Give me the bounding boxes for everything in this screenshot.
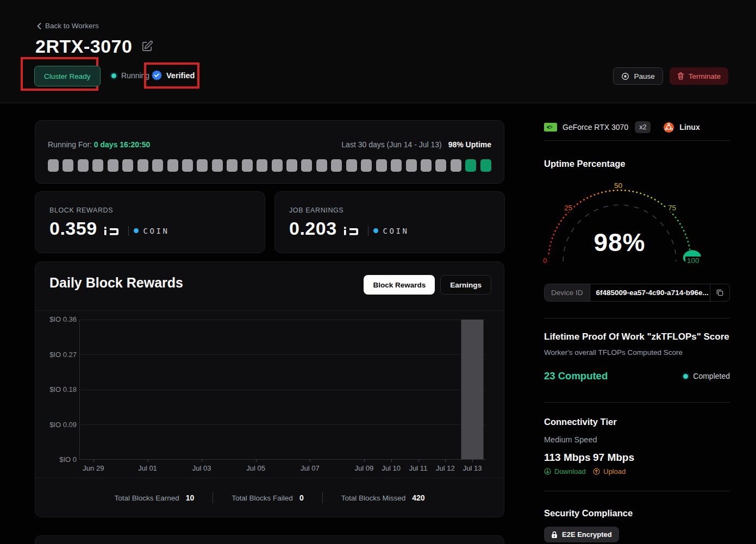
uptime-day-square	[242, 159, 253, 172]
tab-earnings[interactable]: Earnings	[440, 275, 491, 295]
os-name: Linux	[679, 123, 699, 132]
uptime-day-square	[78, 159, 89, 172]
uptime-day-square	[257, 159, 267, 172]
gauge-value: 98%	[544, 228, 695, 257]
uptime-day-square	[197, 159, 208, 172]
gauge-tick-25: 25	[563, 204, 574, 212]
uptime-day-square	[48, 159, 59, 172]
uptime-day-square	[376, 159, 387, 172]
running-for-label: Running For:	[48, 140, 92, 149]
chart-x-tick	[148, 459, 148, 462]
completed-label: Completed	[693, 372, 730, 380]
next-card-partial	[35, 535, 504, 544]
uptime-day-square	[122, 159, 133, 172]
uptime-day-square	[138, 159, 148, 172]
chart-x-tick	[93, 459, 94, 462]
gauge-tick-75: 75	[666, 204, 678, 212]
coin-divider	[128, 226, 129, 236]
uptime-day-square	[182, 159, 193, 172]
chart-y-axis: $IO 0.36$IO 0.27$IO 0.18$IO 0.09$IO 0	[35, 320, 77, 460]
connectivity-title: Connectivity Tier	[544, 417, 617, 427]
uptime-day-square	[391, 159, 402, 172]
chart-y-tick-label: $IO 0.18	[49, 385, 77, 393]
e2e-encrypted-label: E2E Encrypted	[562, 530, 612, 539]
pause-icon	[621, 72, 629, 80]
divider	[544, 491, 730, 491]
coin-dot-icon	[373, 228, 378, 233]
upload-speed: 97 Mbps Upload	[593, 452, 642, 476]
verified-label: Verified	[166, 71, 195, 80]
chart-x-tick	[364, 459, 365, 462]
verified-status: Verified	[152, 70, 195, 80]
uptime-gauge: 0 25 50 75 100 98%	[544, 180, 730, 273]
nvidia-icon	[544, 123, 557, 132]
total-missed-value: 420	[412, 493, 424, 502]
gauge-arc	[544, 180, 730, 273]
gpu-count-badge: x2	[635, 121, 651, 133]
edit-icon[interactable]	[141, 40, 153, 53]
tab-block-rewards-label: Block Rewards	[373, 281, 426, 289]
chart-x-tick	[472, 459, 473, 462]
block-rewards-value: 0.359	[49, 218, 97, 239]
chart-title: Daily Block Rewards	[49, 275, 183, 291]
total-failed-label: Total Blocks Failed	[232, 494, 293, 502]
page-title: 2RTX-3070	[35, 36, 132, 57]
running-for-value: 0 days 16:20:50	[94, 140, 151, 149]
copy-device-id-button[interactable]	[710, 284, 729, 301]
daily-block-rewards-card: Daily Block Rewards Block Rewards Earnin…	[35, 261, 504, 517]
uptime-day-square	[451, 159, 461, 172]
chevron-left-icon	[37, 23, 41, 29]
download-label: Download	[554, 467, 586, 476]
uptime-gauge-title: Uptime Percentage	[544, 159, 625, 169]
uptime-day-square	[406, 159, 417, 172]
chart-x-tick-label: Jun 29	[83, 464, 104, 472]
divider	[544, 140, 730, 141]
device-id-label: Device ID	[545, 284, 590, 301]
uptime-day-square	[435, 159, 446, 172]
completed-dot-icon	[683, 374, 688, 379]
device-id-value: 6f485009-ea57-4c90-a714-b96e...	[590, 284, 710, 301]
chart-plot: Jun 29Jul 01Jul 03Jul 05Jul 07Jul 09Jul …	[79, 320, 486, 460]
pause-button[interactable]: Pause	[613, 67, 663, 85]
coin-word: COIN	[383, 227, 409, 235]
uptime-day-strip	[48, 159, 491, 172]
chart-x-tick	[418, 459, 419, 462]
uptime-strip-card: Running For: 0 days 16:20:50 Last 30 day…	[35, 120, 504, 184]
download-value: 113 Mbps	[544, 452, 593, 464]
chart-x-tick	[202, 459, 202, 462]
uptime-day-square	[331, 159, 342, 172]
cluster-ready-label: Cluster Ready	[44, 72, 91, 80]
uptime-day-square	[212, 159, 223, 172]
trash-icon	[677, 72, 684, 80]
job-earnings-value: 0.203	[289, 218, 337, 239]
tab-block-rewards[interactable]: Block Rewards	[364, 275, 435, 295]
chart-x-tick	[310, 459, 310, 462]
terminate-button[interactable]: Terminate	[670, 67, 728, 85]
chart-x-tick	[445, 459, 446, 462]
back-to-workers-link[interactable]: Back to Workers	[37, 22, 99, 30]
lock-icon	[551, 531, 558, 539]
pow-score: 23 Computed	[544, 370, 608, 382]
uptime-day-square	[316, 159, 327, 172]
speed-row: 113 Mbps Download 97 Mbps Upload	[544, 452, 642, 476]
uptime-day-square	[421, 159, 432, 172]
uptime-day-square	[480, 159, 491, 172]
security-title: Security Compliance	[544, 508, 633, 518]
upload-label: Upload	[603, 467, 626, 476]
chart-x-tick-label: Jul 13	[463, 464, 482, 472]
uptime-day-square	[108, 159, 118, 172]
total-earned-label: Total Blocks Earned	[114, 494, 179, 502]
chart-y-tick-label: $IO 0	[59, 455, 77, 464]
chart-x-tick-label: Jul 11	[409, 464, 428, 472]
uptime-day-square	[92, 159, 103, 172]
chart-x-tick-label: Jul 01	[138, 464, 157, 472]
uptime-day-square	[346, 159, 357, 172]
chart-tabs: Block Rewards Earnings	[364, 275, 491, 295]
cluster-ready-chip[interactable]: Cluster Ready	[34, 66, 101, 86]
total-blocks-earned: Total Blocks Earned 10	[114, 493, 194, 502]
chart-gridline	[80, 390, 486, 390]
chart-x-tick-label: Jul 09	[355, 464, 374, 472]
pause-label: Pause	[634, 72, 654, 80]
terminate-label: Terminate	[689, 72, 721, 80]
total-blocks-missed: Total Blocks Missed 420	[341, 493, 425, 502]
